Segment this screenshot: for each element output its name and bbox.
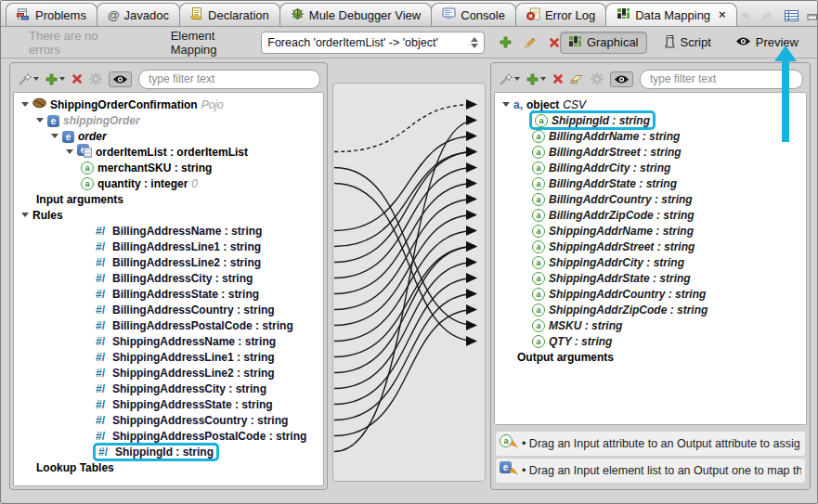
output-filter-field[interactable] [640,70,803,89]
tree-row[interactable]: aBillingAddrName : string [495,128,806,144]
tree-row[interactable]: #/ShippingAddressCountry : string [14,412,323,428]
close-tab-icon[interactable]: × [719,10,726,19]
tab-error-log[interactable]: Error Log [515,3,606,26]
debugger-icon [291,7,305,23]
eye-icon [735,35,751,49]
tree-row[interactable]: #/BillingAddressLine1 : string [14,239,323,254]
status-text: There are no errors [29,29,117,57]
add-mapping-button[interactable] [500,36,512,48]
tree-row[interactable]: eorderItemList : orderItemList [14,144,323,160]
view-button-graphical[interactable]: Graphical [560,32,647,54]
attribute-icon: a [532,224,545,238]
nav-forward-button[interactable] [760,9,776,22]
pencil-mapping-button[interactable] [524,36,537,49]
tree-row[interactable]: aShippingAddrState : string [495,270,806,286]
tree-row-label: ShippingId : string [115,446,214,459]
expand-arrow-icon[interactable] [66,149,73,154]
output-tree: a,object CSVaShippingId : stringaBilling… [494,92,807,425]
wand-tool-button[interactable] [498,72,520,86]
tree-row[interactable]: #/BillingAddressLine2 : string [14,254,323,270]
tree-row[interactable]: aquantity : integer 0 [14,175,323,191]
tree-row[interactable]: #/ShippingId : string [14,444,323,459]
tree-row[interactable]: aShippingId : string [495,112,806,128]
input-filter-field[interactable] [138,70,320,89]
add-tool-button[interactable] [526,73,546,85]
tree-row[interactable]: #/ShippingAddressCity : string [14,381,323,396]
expand-arrow-icon[interactable] [21,213,29,217]
gear-tool-button[interactable] [591,72,604,85]
tab-mule-debugger-view[interactable]: Mule Debugger View [279,3,432,26]
mapping-connection[interactable] [334,231,475,342]
tree-row[interactable]: #/BillingAddressPostalCode : string [14,317,323,333]
tree-row[interactable]: aBillingAddrCountry : string [495,191,806,207]
mapping-connection[interactable] [334,152,475,263]
tab-data-mapping[interactable]: Data Mapping× [605,3,737,26]
mapping-connection[interactable] [334,184,475,342]
mapping-canvas[interactable] [332,83,486,482]
tree-row-label: ShippingAddrCity : string [549,256,684,269]
delete-tool-button[interactable] [552,73,564,84]
tree-row[interactable]: Output arguments [495,349,806,365]
tree-row[interactable]: #/BillingAddressCountry : string [14,302,323,317]
wand-tool-button[interactable] [17,72,39,86]
tree-row[interactable]: #/ShippingAddressLine1 : string [14,349,323,365]
tab-javadoc[interactable]: @Javadoc [97,3,180,26]
rule-prefix: #/ [96,430,105,443]
expand-arrow-icon[interactable] [502,102,510,107]
tree-row[interactable]: aQTY : string [495,333,806,349]
tree-row[interactable]: ShippingOrderConfirmation Pojo [14,97,323,112]
mapping-connection[interactable] [334,121,475,452]
tree-row[interactable]: #/ShippingAddressLine2 : string [14,365,323,381]
tree-row[interactable]: #/ShippingAddressName : string [14,333,323,349]
tab-problems[interactable]: Problems [6,3,97,26]
tree-row[interactable]: eorder [14,128,323,144]
view-button-preview[interactable]: Preview [728,32,806,52]
tree-row[interactable]: aBillingAddrCity : string [495,160,806,175]
tree-row-label: ShippingAddrZipCode : string [549,304,708,317]
tree-row-label: ShippingAddressCity : string [112,382,266,395]
tree-row[interactable]: #/ShippingAddressPostalCode : string [14,428,323,444]
mapping-connection[interactable] [334,105,475,152]
tree-row[interactable]: aShippingAddrName : string [495,223,806,239]
tree-row[interactable]: #/BillingAddressName : string [14,223,323,239]
tree-row[interactable]: a,object CSV [495,97,806,112]
add-tool-button[interactable] [45,73,65,85]
eye-tool-button[interactable] [109,71,132,87]
tab-label: Javadoc [124,8,169,22]
mapping-connection[interactable] [334,152,475,247]
tree-row[interactable]: aShippingAddrStreet : string [495,239,806,254]
tree-row[interactable]: aBillingAddrStreet : string [495,144,806,160]
view-menu-button[interactable] [785,10,799,21]
tree-row[interactable]: amerchantSKU : string [14,160,323,175]
chevron-down-icon [540,77,546,81]
tree-row[interactable]: aBillingAddrState : string [495,175,806,191]
tree-row[interactable]: aShippingAddrZipCode : string [495,302,806,317]
minimize-button[interactable] [807,11,818,21]
tab-declaration[interactable]: Declaration [179,3,280,26]
mapping-connection[interactable] [334,168,475,278]
tree-row[interactable]: aShippingAddrCountry : string [495,286,806,302]
tree-row[interactable]: Lookup Tables [14,459,323,475]
mapping-connection[interactable] [334,215,475,326]
nav-back-button[interactable] [736,9,752,22]
view-button-script[interactable]: Script [656,32,719,54]
expand-arrow-icon[interactable] [21,102,29,107]
element-mapping-dropdown[interactable]: Foreach 'orderItemList' -> 'object' [261,32,485,54]
tree-row[interactable]: eshippingOrder [14,112,323,128]
gear-tool-button[interactable] [89,72,102,85]
tree-row[interactable]: #/BillingAddressState : string [14,286,323,302]
expand-arrow-icon[interactable] [36,118,44,123]
tab-console[interactable]: Console [431,3,516,26]
eraser-tool-button[interactable] [570,73,584,84]
tree-row[interactable]: aShippingAddrCity : string [495,254,806,270]
delete-mapping-button[interactable] [549,37,560,48]
tree-row[interactable]: #/ShippingAddressState : string [14,396,323,412]
tree-row[interactable]: aMSKU : string [495,317,806,333]
tree-row[interactable]: #/BillingAddressCity : string [14,270,323,286]
eye-tool-button[interactable] [610,71,633,87]
tree-row[interactable]: Input arguments [14,191,323,207]
expand-arrow-icon[interactable] [51,134,58,138]
tree-row[interactable]: aBillingAddrZipCode : string [495,207,806,223]
tree-row[interactable]: Rules [14,207,323,223]
delete-tool-button[interactable] [71,73,83,84]
